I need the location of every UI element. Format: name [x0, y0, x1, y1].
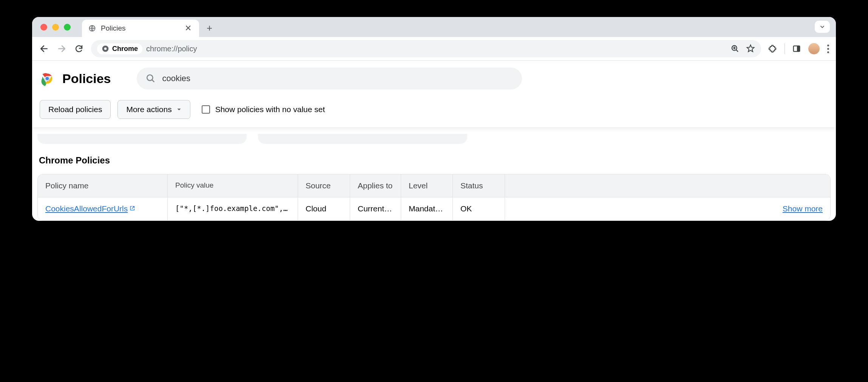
- close-window-button[interactable]: [40, 24, 47, 31]
- th-policy-name: Policy name: [38, 174, 168, 197]
- extensions-icon[interactable]: [768, 44, 777, 53]
- dropdown-icon: [176, 107, 182, 112]
- reload-button[interactable]: [74, 43, 84, 54]
- td-source: Cloud: [298, 197, 350, 220]
- window-controls: [40, 24, 71, 31]
- td-policy-value: ["*,[*.]foo.example.com","*,[*.…: [168, 197, 298, 220]
- maximize-window-button[interactable]: [64, 24, 71, 31]
- globe-icon: [88, 24, 96, 32]
- policy-search-input[interactable]: [162, 74, 513, 83]
- page-content: Policies Reload policies More actions: [32, 61, 836, 221]
- url-text: chrome://policy: [146, 45, 197, 53]
- th-applies: Applies to: [350, 174, 401, 197]
- bookmark-icon[interactable]: [746, 44, 755, 53]
- search-icon: [146, 74, 156, 83]
- browser-window: Policies ✕ + Chrome chrome://policy: [32, 17, 836, 221]
- tab-title: Policies: [101, 24, 179, 32]
- toolbar: Chrome chrome://policy: [32, 37, 836, 61]
- browser-tab[interactable]: Policies ✕: [82, 20, 199, 37]
- tabs-dropdown-button[interactable]: [815, 21, 830, 33]
- menu-button[interactable]: [827, 45, 829, 53]
- external-link-icon: [129, 204, 135, 213]
- policies-table: Policy name Policy value Source Applies …: [37, 174, 831, 220]
- more-actions-button[interactable]: More actions: [117, 100, 190, 119]
- profile-avatar[interactable]: [808, 43, 820, 54]
- back-button[interactable]: [39, 43, 49, 54]
- td-status: OK: [453, 197, 505, 220]
- close-tab-button[interactable]: ✕: [183, 23, 193, 33]
- table-header-row: Policy name Policy value Source Applies …: [38, 174, 830, 197]
- page-title: Policies: [62, 71, 111, 86]
- chrome-logo-icon: [40, 71, 55, 86]
- address-bar[interactable]: Chrome chrome://policy: [91, 40, 761, 57]
- policy-search[interactable]: [137, 68, 522, 89]
- minimize-window-button[interactable]: [52, 24, 59, 31]
- reload-policies-button[interactable]: Reload policies: [40, 100, 111, 119]
- th-level: Level: [401, 174, 453, 197]
- section-title: Chrome Policies: [37, 155, 831, 166]
- chrome-icon: [102, 45, 109, 52]
- td-action: Show more: [505, 197, 830, 220]
- sidepanel-icon[interactable]: [792, 45, 801, 53]
- content-header: Policies Reload policies More actions: [32, 61, 836, 127]
- pill-strip: [37, 134, 831, 144]
- show-more-link[interactable]: Show more: [783, 204, 823, 213]
- svg-point-2: [104, 48, 107, 50]
- site-chip-label: Chrome: [112, 45, 138, 53]
- svg-rect-5: [797, 46, 800, 52]
- td-applies: Current …: [350, 197, 401, 220]
- titlebar: Policies ✕ +: [32, 17, 836, 37]
- table-row: CookiesAllowedForUrls ["*,[*.]foo.exampl…: [38, 197, 830, 220]
- divider: [785, 43, 785, 54]
- info-card: [258, 134, 467, 144]
- svg-point-8: [45, 77, 49, 81]
- forward-button[interactable]: [56, 43, 67, 54]
- new-tab-button[interactable]: +: [207, 22, 212, 37]
- th-action: [505, 174, 830, 197]
- th-source: Source: [298, 174, 350, 197]
- td-policy-name: CookiesAllowedForUrls: [38, 197, 168, 220]
- td-level: Mandatory: [401, 197, 453, 220]
- th-policy-value: Policy value: [168, 174, 298, 197]
- policy-name-link[interactable]: CookiesAllowedForUrls: [45, 204, 128, 213]
- checkbox-label: Show policies with no value set: [215, 105, 325, 114]
- show-no-value-checkbox[interactable]: [202, 105, 210, 114]
- info-card: [37, 134, 247, 144]
- site-chip[interactable]: Chrome: [97, 43, 142, 54]
- th-status: Status: [453, 174, 505, 197]
- zoom-icon[interactable]: [731, 45, 739, 53]
